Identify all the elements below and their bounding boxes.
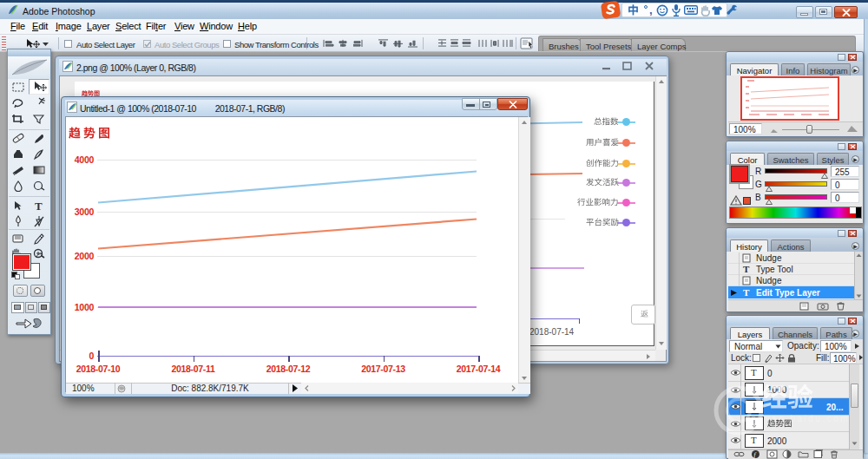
svg-text:T: T xyxy=(35,200,43,213)
